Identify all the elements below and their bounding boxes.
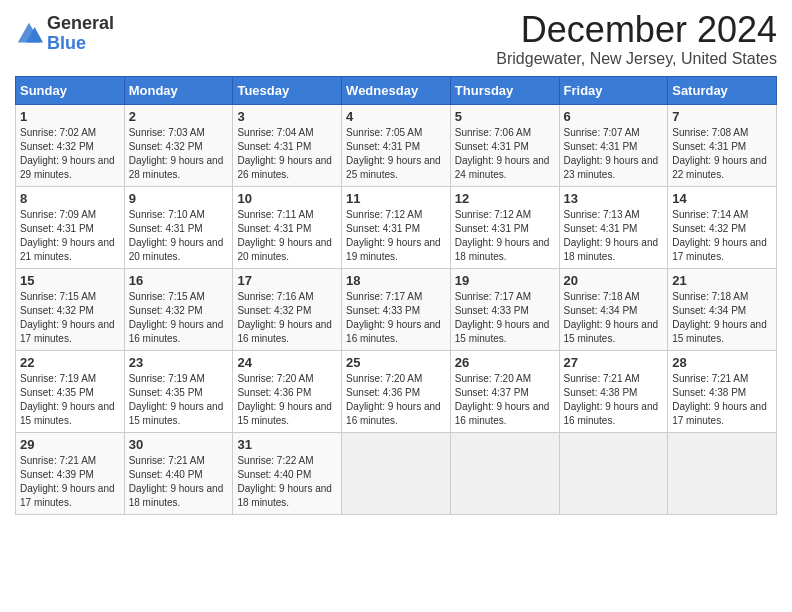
calendar-cell: 18Sunrise: 7:17 AMSunset: 4:33 PMDayligh… (342, 268, 451, 350)
calendar-week-row: 15Sunrise: 7:15 AMSunset: 4:32 PMDayligh… (16, 268, 777, 350)
calendar-cell: 10Sunrise: 7:11 AMSunset: 4:31 PMDayligh… (233, 186, 342, 268)
calendar-cell (342, 432, 451, 514)
day-number: 19 (455, 273, 555, 288)
calendar-table: SundayMondayTuesdayWednesdayThursdayFrid… (15, 76, 777, 515)
day-number: 9 (129, 191, 229, 206)
cell-content: Sunrise: 7:15 AMSunset: 4:32 PMDaylight:… (129, 290, 229, 346)
calendar-cell: 8Sunrise: 7:09 AMSunset: 4:31 PMDaylight… (16, 186, 125, 268)
cell-content: Sunrise: 7:17 AMSunset: 4:33 PMDaylight:… (346, 290, 446, 346)
cell-content: Sunrise: 7:21 AMSunset: 4:38 PMDaylight:… (672, 372, 772, 428)
cell-content: Sunrise: 7:20 AMSunset: 4:37 PMDaylight:… (455, 372, 555, 428)
cell-content: Sunrise: 7:21 AMSunset: 4:38 PMDaylight:… (564, 372, 664, 428)
calendar-cell: 26Sunrise: 7:20 AMSunset: 4:37 PMDayligh… (450, 350, 559, 432)
calendar-header-saturday: Saturday (668, 76, 777, 104)
calendar-cell: 29Sunrise: 7:21 AMSunset: 4:39 PMDayligh… (16, 432, 125, 514)
day-number: 16 (129, 273, 229, 288)
calendar-cell: 13Sunrise: 7:13 AMSunset: 4:31 PMDayligh… (559, 186, 668, 268)
day-number: 2 (129, 109, 229, 124)
calendar-cell: 28Sunrise: 7:21 AMSunset: 4:38 PMDayligh… (668, 350, 777, 432)
calendar-cell: 23Sunrise: 7:19 AMSunset: 4:35 PMDayligh… (124, 350, 233, 432)
cell-content: Sunrise: 7:04 AMSunset: 4:31 PMDaylight:… (237, 126, 337, 182)
title-block: December 2024 Bridgewater, New Jersey, U… (496, 10, 777, 68)
day-number: 26 (455, 355, 555, 370)
day-number: 24 (237, 355, 337, 370)
cell-content: Sunrise: 7:18 AMSunset: 4:34 PMDaylight:… (564, 290, 664, 346)
day-number: 31 (237, 437, 337, 452)
logo-general: General (47, 14, 114, 34)
calendar-body: 1Sunrise: 7:02 AMSunset: 4:32 PMDaylight… (16, 104, 777, 514)
day-number: 8 (20, 191, 120, 206)
cell-content: Sunrise: 7:17 AMSunset: 4:33 PMDaylight:… (455, 290, 555, 346)
cell-content: Sunrise: 7:07 AMSunset: 4:31 PMDaylight:… (564, 126, 664, 182)
day-number: 14 (672, 191, 772, 206)
day-number: 7 (672, 109, 772, 124)
cell-content: Sunrise: 7:15 AMSunset: 4:32 PMDaylight:… (20, 290, 120, 346)
day-number: 15 (20, 273, 120, 288)
cell-content: Sunrise: 7:10 AMSunset: 4:31 PMDaylight:… (129, 208, 229, 264)
calendar-cell: 16Sunrise: 7:15 AMSunset: 4:32 PMDayligh… (124, 268, 233, 350)
logo-icon (15, 20, 43, 48)
cell-content: Sunrise: 7:05 AMSunset: 4:31 PMDaylight:… (346, 126, 446, 182)
calendar-week-row: 1Sunrise: 7:02 AMSunset: 4:32 PMDaylight… (16, 104, 777, 186)
day-number: 17 (237, 273, 337, 288)
calendar-cell: 12Sunrise: 7:12 AMSunset: 4:31 PMDayligh… (450, 186, 559, 268)
cell-content: Sunrise: 7:19 AMSunset: 4:35 PMDaylight:… (129, 372, 229, 428)
calendar-cell: 21Sunrise: 7:18 AMSunset: 4:34 PMDayligh… (668, 268, 777, 350)
day-number: 29 (20, 437, 120, 452)
calendar-header-wednesday: Wednesday (342, 76, 451, 104)
cell-content: Sunrise: 7:08 AMSunset: 4:31 PMDaylight:… (672, 126, 772, 182)
calendar-cell: 9Sunrise: 7:10 AMSunset: 4:31 PMDaylight… (124, 186, 233, 268)
calendar-cell: 1Sunrise: 7:02 AMSunset: 4:32 PMDaylight… (16, 104, 125, 186)
day-number: 22 (20, 355, 120, 370)
calendar-header-sunday: Sunday (16, 76, 125, 104)
day-number: 1 (20, 109, 120, 124)
calendar-cell (668, 432, 777, 514)
calendar-week-row: 8Sunrise: 7:09 AMSunset: 4:31 PMDaylight… (16, 186, 777, 268)
day-number: 11 (346, 191, 446, 206)
calendar-header-tuesday: Tuesday (233, 76, 342, 104)
cell-content: Sunrise: 7:12 AMSunset: 4:31 PMDaylight:… (455, 208, 555, 264)
calendar-week-row: 22Sunrise: 7:19 AMSunset: 4:35 PMDayligh… (16, 350, 777, 432)
calendar-cell: 19Sunrise: 7:17 AMSunset: 4:33 PMDayligh… (450, 268, 559, 350)
cell-content: Sunrise: 7:20 AMSunset: 4:36 PMDaylight:… (237, 372, 337, 428)
cell-content: Sunrise: 7:21 AMSunset: 4:39 PMDaylight:… (20, 454, 120, 510)
cell-content: Sunrise: 7:12 AMSunset: 4:31 PMDaylight:… (346, 208, 446, 264)
calendar-cell: 14Sunrise: 7:14 AMSunset: 4:32 PMDayligh… (668, 186, 777, 268)
calendar-cell: 6Sunrise: 7:07 AMSunset: 4:31 PMDaylight… (559, 104, 668, 186)
calendar-cell: 5Sunrise: 7:06 AMSunset: 4:31 PMDaylight… (450, 104, 559, 186)
cell-content: Sunrise: 7:06 AMSunset: 4:31 PMDaylight:… (455, 126, 555, 182)
calendar-cell: 17Sunrise: 7:16 AMSunset: 4:32 PMDayligh… (233, 268, 342, 350)
day-number: 23 (129, 355, 229, 370)
cell-content: Sunrise: 7:22 AMSunset: 4:40 PMDaylight:… (237, 454, 337, 510)
calendar-cell: 3Sunrise: 7:04 AMSunset: 4:31 PMDaylight… (233, 104, 342, 186)
day-number: 3 (237, 109, 337, 124)
calendar-cell: 30Sunrise: 7:21 AMSunset: 4:40 PMDayligh… (124, 432, 233, 514)
day-number: 20 (564, 273, 664, 288)
calendar-cell: 27Sunrise: 7:21 AMSunset: 4:38 PMDayligh… (559, 350, 668, 432)
calendar-cell: 22Sunrise: 7:19 AMSunset: 4:35 PMDayligh… (16, 350, 125, 432)
calendar-header-row: SundayMondayTuesdayWednesdayThursdayFrid… (16, 76, 777, 104)
cell-content: Sunrise: 7:03 AMSunset: 4:32 PMDaylight:… (129, 126, 229, 182)
day-number: 25 (346, 355, 446, 370)
day-number: 10 (237, 191, 337, 206)
calendar-cell: 2Sunrise: 7:03 AMSunset: 4:32 PMDaylight… (124, 104, 233, 186)
logo: General Blue (15, 14, 114, 54)
day-number: 5 (455, 109, 555, 124)
day-number: 21 (672, 273, 772, 288)
calendar-cell (559, 432, 668, 514)
calendar-cell: 25Sunrise: 7:20 AMSunset: 4:36 PMDayligh… (342, 350, 451, 432)
calendar-header-thursday: Thursday (450, 76, 559, 104)
calendar-cell: 4Sunrise: 7:05 AMSunset: 4:31 PMDaylight… (342, 104, 451, 186)
day-number: 28 (672, 355, 772, 370)
location-title: Bridgewater, New Jersey, United States (496, 50, 777, 68)
cell-content: Sunrise: 7:16 AMSunset: 4:32 PMDaylight:… (237, 290, 337, 346)
calendar-cell: 11Sunrise: 7:12 AMSunset: 4:31 PMDayligh… (342, 186, 451, 268)
cell-content: Sunrise: 7:11 AMSunset: 4:31 PMDaylight:… (237, 208, 337, 264)
calendar-header-monday: Monday (124, 76, 233, 104)
cell-content: Sunrise: 7:21 AMSunset: 4:40 PMDaylight:… (129, 454, 229, 510)
calendar-cell: 24Sunrise: 7:20 AMSunset: 4:36 PMDayligh… (233, 350, 342, 432)
logo-blue: Blue (47, 34, 114, 54)
day-number: 4 (346, 109, 446, 124)
day-number: 18 (346, 273, 446, 288)
cell-content: Sunrise: 7:14 AMSunset: 4:32 PMDaylight:… (672, 208, 772, 264)
